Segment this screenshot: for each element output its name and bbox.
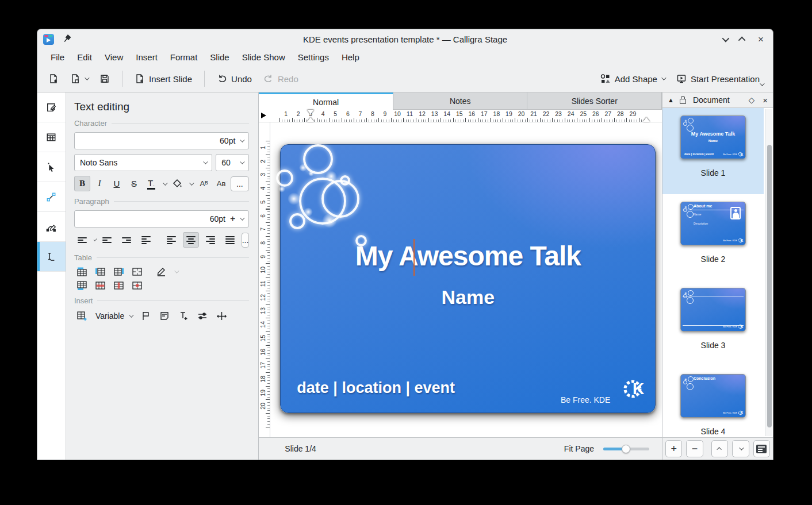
delete-row-button[interactable] [95, 280, 106, 291]
left-indent-marker[interactable] [307, 117, 314, 122]
border-pen-button[interactable] [156, 267, 167, 277]
slide-footer-text[interactable]: date | location | event [297, 379, 455, 397]
increase-indent-button[interactable] [118, 232, 135, 248]
dock-close-button[interactable]: × [763, 96, 768, 105]
move-slide-up-button[interactable] [711, 440, 728, 457]
font-color-chevron-icon[interactable] [163, 180, 167, 185]
zoom-slider-handle[interactable] [622, 445, 630, 453]
underline-button[interactable]: U [109, 176, 125, 191]
menu-view[interactable]: View [98, 51, 129, 64]
highlight-color-chevron-icon[interactable] [189, 180, 194, 185]
menu-slide-show[interactable]: Slide Show [236, 51, 292, 64]
italic-button[interactable]: I [91, 176, 108, 191]
open-recent-chevron-icon[interactable] [85, 75, 89, 80]
bookmark-button[interactable] [140, 311, 151, 321]
save-button[interactable] [95, 70, 114, 87]
align-center-button[interactable] [183, 232, 199, 248]
tab-normal[interactable]: Normal [259, 92, 393, 110]
pin-icon[interactable] [62, 34, 71, 44]
annotation-tool[interactable] [37, 92, 66, 122]
tab-notes[interactable]: Notes [393, 92, 528, 110]
slide-thumbnail-3[interactable]: Be Free. KDE K Slide 3 [662, 280, 764, 367]
dock-float-button[interactable]: ◇ [748, 95, 754, 105]
dock-lock-icon[interactable] [680, 99, 686, 104]
bold-button[interactable]: B [74, 176, 90, 191]
first-line-indent-marker[interactable] [307, 110, 314, 114]
zoom-slider[interactable] [603, 445, 649, 453]
line-spacing-button[interactable] [138, 232, 154, 248]
menu-help[interactable]: Help [335, 51, 366, 64]
zoom-level-label[interactable]: Fit Page [564, 444, 594, 453]
path-edit-tool[interactable] [37, 212, 66, 242]
insert-slide-button[interactable]: Insert Slide [131, 70, 196, 87]
thumbnail-view-options-button[interactable] [753, 440, 770, 457]
slide-thumbnail-4[interactable]: Conclusion Be Free. KDE K Slide 4 [662, 367, 764, 437]
list-style-chevron-icon[interactable] [94, 237, 97, 241]
subscript-button[interactable]: Aʙ [213, 176, 229, 191]
layout-tool[interactable] [37, 122, 66, 152]
insert-text-button[interactable] [178, 311, 189, 321]
menu-settings[interactable]: Settings [292, 51, 335, 64]
superscript-button[interactable]: Aᴮ [196, 176, 212, 191]
cross-reference-button[interactable] [216, 311, 227, 321]
font-size-combo[interactable]: 60 [216, 154, 249, 171]
menu-format[interactable]: Format [164, 51, 204, 64]
delete-column-button[interactable] [113, 280, 124, 291]
decrease-indent-button[interactable] [99, 232, 115, 248]
slide-thumbnail-1[interactable]: My Awesome Talk Name date | location | e… [662, 108, 764, 194]
variable-select[interactable]: Variable [95, 311, 132, 321]
align-left-button[interactable] [163, 232, 179, 248]
start-presentation-button[interactable]: Start Presentation [672, 70, 764, 87]
strikethrough-button[interactable]: S [126, 176, 142, 191]
index-marker-button[interactable] [197, 311, 208, 321]
slide-subtitle-text[interactable]: Name [281, 286, 655, 309]
redo-button[interactable]: Redo [259, 70, 302, 87]
slide-canvas[interactable]: 1234567891011121314151617181920 My Aweso… [259, 122, 662, 437]
spacing-plus-icon[interactable]: + [230, 214, 235, 224]
highlight-color-button[interactable] [170, 176, 186, 191]
scrollbar-thumb[interactable] [767, 145, 772, 427]
insert-table-button[interactable] [76, 311, 87, 321]
insert-column-left-button[interactable] [95, 267, 106, 277]
delete-cell-button[interactable] [132, 280, 143, 291]
connector-tool[interactable] [37, 182, 66, 212]
maximize-button[interactable] [738, 36, 746, 44]
open-document-button[interactable] [66, 70, 92, 87]
list-style-button[interactable] [74, 232, 90, 248]
insert-row-below-button[interactable] [76, 280, 87, 291]
character-more-button[interactable]: ... [231, 176, 250, 191]
titlebar[interactable]: KDE events presentation template * — Cal… [37, 29, 773, 49]
new-document-button[interactable] [44, 70, 63, 87]
menu-insert[interactable]: Insert [129, 51, 164, 64]
slide-title-text[interactable]: My Awesome Talk [281, 240, 655, 272]
move-slide-down-button[interactable] [732, 440, 749, 457]
insert-row-above-button[interactable] [76, 267, 87, 277]
menu-file[interactable]: File [44, 51, 71, 64]
paragraph-spacing-combo[interactable]: 60pt + [74, 210, 249, 228]
delete-slide-button[interactable]: − [686, 440, 703, 457]
align-right-button[interactable] [202, 232, 219, 248]
insert-column-right-button[interactable] [113, 267, 124, 277]
font-family-combo[interactable]: Noto Sans [74, 154, 212, 171]
slide-thumbnail-2[interactable]: About me Name Description Be Free. KDE K [662, 194, 764, 280]
align-justify-button[interactable] [222, 232, 238, 248]
selection-tool[interactable] [37, 152, 66, 182]
undo-button[interactable]: Undo [213, 70, 256, 87]
add-shape-button[interactable]: Add Shape [596, 70, 669, 87]
dock-collapse-button[interactable]: ▲ [668, 97, 674, 103]
slide-editor[interactable]: My Awesome Talk Name date | location | e… [280, 144, 656, 413]
text-tool[interactable] [37, 242, 66, 272]
tab-slides-sorter[interactable]: Slides Sorter [527, 92, 662, 110]
merge-cells-button[interactable] [132, 267, 143, 277]
section-break-button[interactable] [159, 311, 170, 321]
thumbnail-scrollbar[interactable] [765, 109, 772, 436]
font-color-button[interactable]: T. [143, 176, 159, 191]
close-button[interactable]: × [758, 34, 764, 44]
right-indent-marker[interactable] [643, 117, 650, 122]
menu-edit[interactable]: Edit [71, 51, 98, 64]
paragraph-more-button[interactable]: ... [242, 233, 250, 248]
character-style-combo[interactable]: 60pt [74, 132, 249, 149]
menu-slide[interactable]: Slide [204, 51, 235, 64]
add-slide-button[interactable]: + [665, 440, 682, 457]
minimize-button[interactable] [722, 34, 730, 42]
